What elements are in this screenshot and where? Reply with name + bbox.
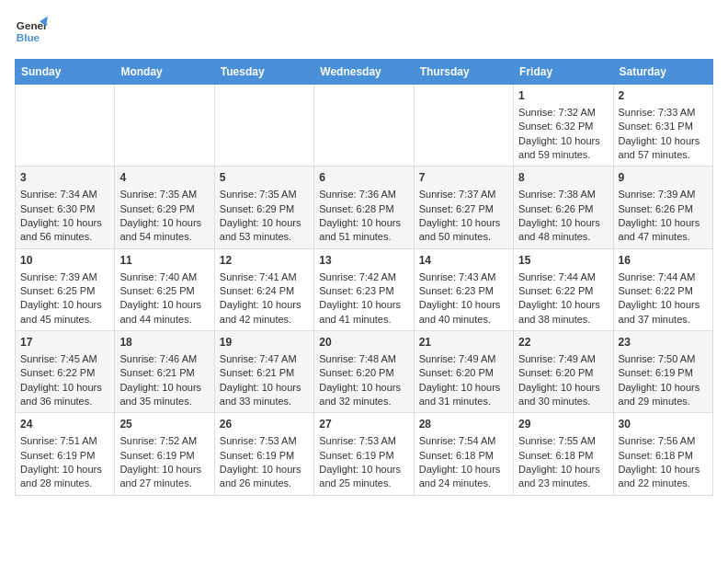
day-number: 26 bbox=[220, 417, 309, 432]
day-info: Daylight: 10 hours and 44 minutes. bbox=[119, 298, 209, 327]
day-info: Sunset: 6:30 PM bbox=[20, 202, 109, 216]
day-header-thursday: Thursday bbox=[414, 60, 513, 85]
day-info: Sunset: 6:26 PM bbox=[619, 202, 708, 216]
day-info: Daylight: 10 hours and 53 minutes. bbox=[220, 216, 309, 245]
day-info: Sunrise: 7:46 AM bbox=[119, 352, 209, 366]
day-header-monday: Monday bbox=[115, 60, 214, 85]
day-info: Sunset: 6:18 PM bbox=[419, 449, 508, 463]
svg-text:Blue: Blue bbox=[17, 31, 40, 43]
calendar-day: 26Sunrise: 7:53 AMSunset: 6:19 PMDayligh… bbox=[214, 413, 313, 495]
calendar-day: 23Sunrise: 7:50 AMSunset: 6:19 PMDayligh… bbox=[613, 331, 712, 413]
day-info: Sunrise: 7:40 AM bbox=[119, 270, 209, 284]
day-info: Sunrise: 7:48 AM bbox=[319, 352, 408, 366]
day-header-sunday: Sunday bbox=[16, 60, 115, 85]
day-info: Sunrise: 7:53 AM bbox=[220, 434, 309, 448]
day-info: Sunset: 6:18 PM bbox=[619, 449, 708, 463]
day-info: Sunrise: 7:49 AM bbox=[518, 352, 608, 366]
calendar-day: 25Sunrise: 7:52 AMSunset: 6:19 PMDayligh… bbox=[115, 413, 214, 495]
calendar-day: 11Sunrise: 7:40 AMSunset: 6:25 PMDayligh… bbox=[115, 248, 214, 330]
day-info: Sunset: 6:32 PM bbox=[518, 120, 608, 133]
day-info: Sunset: 6:29 PM bbox=[119, 202, 209, 216]
day-info: Sunrise: 7:53 AM bbox=[319, 434, 408, 448]
day-info: Daylight: 10 hours and 56 minutes. bbox=[20, 216, 109, 245]
day-info: Daylight: 10 hours and 25 minutes. bbox=[319, 463, 408, 491]
day-info: Sunrise: 7:52 AM bbox=[119, 434, 209, 448]
calendar-day: 19Sunrise: 7:47 AMSunset: 6:21 PMDayligh… bbox=[214, 331, 313, 413]
day-number: 24 bbox=[20, 417, 109, 432]
day-info: Daylight: 10 hours and 30 minutes. bbox=[518, 381, 608, 409]
day-info: Sunrise: 7:45 AM bbox=[20, 352, 109, 366]
day-info: Daylight: 10 hours and 23 minutes. bbox=[518, 463, 608, 491]
day-info: Daylight: 10 hours and 57 minutes. bbox=[619, 134, 708, 163]
day-number: 20 bbox=[319, 335, 408, 350]
day-info: Sunrise: 7:44 AM bbox=[518, 270, 608, 284]
day-number: 25 bbox=[119, 417, 209, 432]
day-header-saturday: Saturday bbox=[613, 60, 712, 85]
day-info: Daylight: 10 hours and 42 minutes. bbox=[220, 298, 309, 327]
day-number: 21 bbox=[419, 335, 508, 350]
day-info: Sunset: 6:19 PM bbox=[119, 449, 209, 463]
calendar-day: 29Sunrise: 7:55 AMSunset: 6:18 PMDayligh… bbox=[514, 413, 613, 495]
logo: General Blue bbox=[15, 15, 48, 48]
day-number: 28 bbox=[419, 417, 508, 432]
day-header-friday: Friday bbox=[514, 60, 613, 85]
day-info: Sunrise: 7:36 AM bbox=[319, 188, 408, 201]
day-header-tuesday: Tuesday bbox=[214, 60, 313, 85]
day-number: 6 bbox=[319, 170, 408, 186]
day-number: 22 bbox=[518, 335, 608, 350]
day-info: Daylight: 10 hours and 35 minutes. bbox=[119, 381, 209, 409]
calendar-day: 9Sunrise: 7:39 AMSunset: 6:26 PMDaylight… bbox=[613, 167, 712, 248]
day-info: Sunset: 6:19 PM bbox=[319, 449, 408, 463]
day-number: 17 bbox=[20, 335, 109, 350]
day-info: Daylight: 10 hours and 27 minutes. bbox=[119, 463, 209, 491]
calendar-day: 27Sunrise: 7:53 AMSunset: 6:19 PMDayligh… bbox=[314, 413, 414, 495]
day-info: Daylight: 10 hours and 54 minutes. bbox=[119, 216, 209, 245]
day-number: 23 bbox=[619, 335, 708, 350]
day-info: Sunset: 6:23 PM bbox=[419, 284, 508, 298]
day-info: Sunset: 6:26 PM bbox=[518, 202, 608, 216]
day-header-wednesday: Wednesday bbox=[314, 60, 414, 85]
day-info: Sunrise: 7:43 AM bbox=[419, 270, 508, 284]
day-info: Sunset: 6:21 PM bbox=[220, 366, 309, 380]
day-number: 2 bbox=[619, 88, 708, 104]
day-info: Daylight: 10 hours and 50 minutes. bbox=[419, 216, 508, 245]
day-info: Daylight: 10 hours and 26 minutes. bbox=[220, 463, 309, 491]
calendar-week-4: 17Sunrise: 7:45 AMSunset: 6:22 PMDayligh… bbox=[16, 331, 713, 413]
day-info: Daylight: 10 hours and 40 minutes. bbox=[419, 298, 508, 327]
calendar-day: 13Sunrise: 7:42 AMSunset: 6:23 PMDayligh… bbox=[314, 248, 414, 330]
calendar-day: 20Sunrise: 7:48 AMSunset: 6:20 PMDayligh… bbox=[314, 331, 414, 413]
day-info: Sunset: 6:22 PM bbox=[518, 284, 608, 298]
day-number: 5 bbox=[220, 170, 309, 186]
calendar-day bbox=[115, 85, 214, 167]
calendar-day: 24Sunrise: 7:51 AMSunset: 6:19 PMDayligh… bbox=[16, 413, 115, 495]
day-info: Sunrise: 7:37 AM bbox=[419, 188, 508, 201]
day-info: Sunrise: 7:56 AM bbox=[619, 434, 708, 448]
day-number: 13 bbox=[319, 253, 408, 269]
day-info: Sunrise: 7:35 AM bbox=[119, 188, 209, 201]
day-info: Daylight: 10 hours and 32 minutes. bbox=[319, 381, 408, 409]
day-info: Sunrise: 7:55 AM bbox=[518, 434, 608, 448]
calendar-day: 30Sunrise: 7:56 AMSunset: 6:18 PMDayligh… bbox=[613, 413, 712, 495]
day-info: Sunset: 6:20 PM bbox=[518, 366, 608, 380]
day-info: Daylight: 10 hours and 47 minutes. bbox=[619, 216, 708, 245]
day-info: Sunrise: 7:50 AM bbox=[619, 352, 708, 366]
day-number: 8 bbox=[518, 170, 608, 186]
day-info: Sunrise: 7:38 AM bbox=[518, 188, 608, 201]
day-number: 3 bbox=[20, 170, 109, 186]
calendar-day: 8Sunrise: 7:38 AMSunset: 6:26 PMDaylight… bbox=[514, 167, 613, 248]
day-info: Sunset: 6:23 PM bbox=[319, 284, 408, 298]
day-info: Sunset: 6:29 PM bbox=[220, 202, 309, 216]
day-info: Sunset: 6:19 PM bbox=[20, 449, 109, 463]
calendar-day: 28Sunrise: 7:54 AMSunset: 6:18 PMDayligh… bbox=[414, 413, 513, 495]
calendar-day: 4Sunrise: 7:35 AMSunset: 6:29 PMDaylight… bbox=[115, 167, 214, 248]
day-info: Daylight: 10 hours and 45 minutes. bbox=[20, 298, 109, 327]
page-header: General Blue bbox=[15, 15, 713, 48]
day-info: Sunrise: 7:47 AM bbox=[220, 352, 309, 366]
day-info: Sunset: 6:19 PM bbox=[619, 366, 708, 380]
day-info: Sunset: 6:20 PM bbox=[419, 366, 508, 380]
calendar-table: SundayMondayTuesdayWednesdayThursdayFrid… bbox=[15, 59, 713, 496]
calendar-week-1: 1Sunrise: 7:32 AMSunset: 6:32 PMDaylight… bbox=[16, 85, 713, 167]
day-number: 11 bbox=[119, 253, 209, 269]
calendar-day: 18Sunrise: 7:46 AMSunset: 6:21 PMDayligh… bbox=[115, 331, 214, 413]
calendar-day: 5Sunrise: 7:35 AMSunset: 6:29 PMDaylight… bbox=[214, 167, 313, 248]
